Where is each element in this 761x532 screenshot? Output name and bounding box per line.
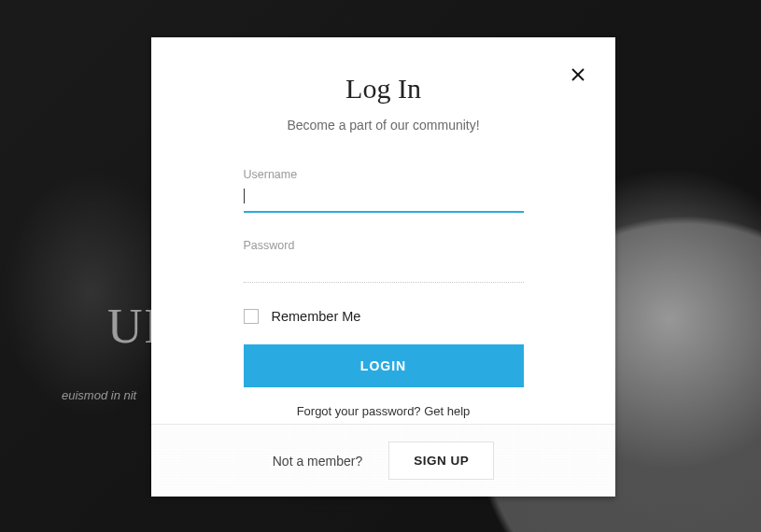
modal-subtitle: Become a part of our community! (189, 118, 578, 133)
text-caret (244, 189, 245, 203)
close-icon (570, 66, 586, 83)
close-button[interactable] (567, 63, 589, 86)
forgot-password-link[interactable]: Forgot your password? Get help (244, 404, 524, 418)
remember-me-row: Remember Me (244, 309, 524, 324)
password-label: Password (244, 239, 524, 252)
username-label: Username (244, 168, 524, 181)
username-field-wrapper: Username (244, 168, 524, 213)
remember-me-checkbox[interactable] (244, 309, 259, 324)
password-input[interactable] (244, 254, 524, 283)
modal-body: Log In Become a part of our community! U… (151, 37, 615, 424)
username-input[interactable] (244, 183, 524, 213)
login-button[interactable]: LOGIN (244, 344, 524, 387)
login-modal: Log In Become a part of our community! U… (151, 37, 615, 497)
password-field-wrapper: Password (244, 239, 524, 283)
remember-me-label: Remember Me (272, 309, 361, 324)
modal-title: Log In (189, 73, 578, 105)
modal-footer: Not a member? SIGN UP (151, 424, 615, 497)
signup-prompt: Not a member? (273, 454, 362, 469)
signup-button[interactable]: SIGN UP (388, 441, 494, 480)
login-form: Username Password Remember Me LOGIN Forg… (244, 168, 524, 418)
